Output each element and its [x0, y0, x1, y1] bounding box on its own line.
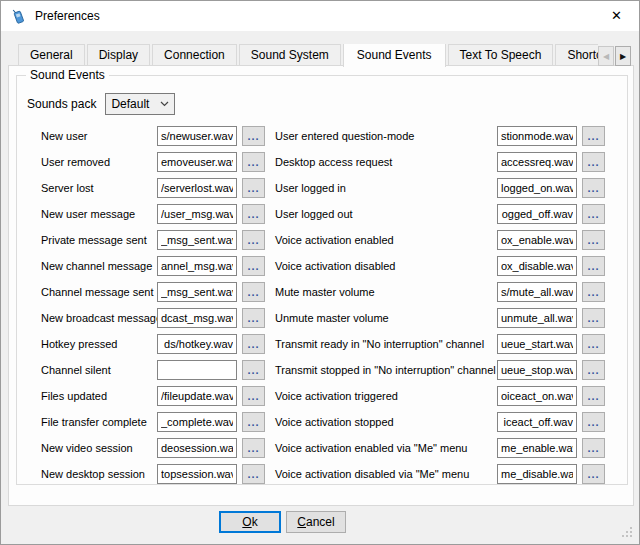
browse-button[interactable]: ...	[582, 204, 605, 224]
sound-file-input[interactable]	[497, 308, 577, 328]
sound-event-label: Voice activation enabled	[275, 234, 497, 246]
sound-file-input[interactable]	[497, 230, 577, 250]
sound-event-label: Server lost	[41, 182, 157, 194]
sound-file-input[interactable]	[157, 204, 237, 224]
browse-button[interactable]: ...	[582, 256, 605, 276]
browse-button[interactable]: ...	[242, 152, 265, 172]
browse-button[interactable]: ...	[242, 126, 265, 146]
browse-button[interactable]: ...	[582, 178, 605, 198]
sound-file-input[interactable]	[157, 334, 237, 354]
sound-file-input[interactable]	[157, 412, 237, 432]
sound-file-input[interactable]	[497, 438, 577, 458]
tab-scroll-left-button[interactable]: ◀	[598, 46, 614, 66]
sound-file-input[interactable]	[157, 438, 237, 458]
sound-event-row: Channel message sent...	[41, 279, 265, 305]
tab-display[interactable]: Display	[87, 44, 150, 65]
tab-shortcuts[interactable]: Shortcuts	[555, 44, 598, 65]
tab-bar: GeneralDisplayConnectionSound SystemSoun…	[18, 44, 598, 67]
sound-event-row: New broadcast message...	[41, 305, 265, 331]
browse-button[interactable]: ...	[242, 178, 265, 198]
sound-event-row: Server lost...	[41, 175, 265, 201]
browse-button[interactable]: ...	[582, 230, 605, 250]
ok-button[interactable]: Ok	[219, 511, 281, 533]
browse-button[interactable]: ...	[242, 308, 265, 328]
browse-button[interactable]: ...	[242, 386, 265, 406]
sound-event-row: New user message...	[41, 201, 265, 227]
tab-sound-system[interactable]: Sound System	[239, 44, 341, 65]
sound-file-input[interactable]	[157, 256, 237, 276]
sound-event-label: New video session	[41, 442, 157, 454]
browse-button[interactable]: ...	[582, 386, 605, 406]
sound-file-input[interactable]	[497, 204, 577, 224]
app-icon	[10, 8, 27, 25]
sounds-pack-select[interactable]: Default	[105, 93, 175, 115]
browse-button[interactable]: ...	[582, 126, 605, 146]
sound-file-input[interactable]	[157, 308, 237, 328]
sound-file-input[interactable]	[157, 126, 237, 146]
browse-button[interactable]: ...	[242, 334, 265, 354]
browse-button[interactable]: ...	[242, 204, 265, 224]
browse-button[interactable]: ...	[582, 360, 605, 380]
resize-grip[interactable]	[622, 527, 634, 539]
tab-label: Sound System	[251, 48, 329, 62]
sound-file-input[interactable]	[497, 464, 577, 484]
browse-button[interactable]: ...	[582, 308, 605, 328]
sound-event-label: Voice activation disabled	[275, 260, 497, 272]
sound-event-label: New user	[41, 130, 157, 142]
browse-button[interactable]: ...	[242, 412, 265, 432]
sound-file-input[interactable]	[157, 230, 237, 250]
browse-button[interactable]: ...	[242, 464, 265, 484]
sound-file-input[interactable]	[497, 386, 577, 406]
browse-button[interactable]: ...	[242, 360, 265, 380]
tab-scroller: ◀ ▶	[597, 46, 631, 66]
sound-file-input[interactable]	[497, 256, 577, 276]
sound-file-input[interactable]	[497, 360, 577, 380]
browse-button[interactable]: ...	[242, 282, 265, 302]
sound-file-input[interactable]	[497, 412, 577, 432]
sound-file-input[interactable]	[497, 334, 577, 354]
browse-button[interactable]: ...	[582, 334, 605, 354]
sound-file-input[interactable]	[157, 152, 237, 172]
tab-general[interactable]: General	[18, 44, 85, 65]
sound-file-input[interactable]	[497, 152, 577, 172]
sound-file-input[interactable]	[497, 126, 577, 146]
sound-event-row: Voice activation triggered...	[275, 383, 606, 409]
tab-label: Sound Events	[357, 48, 432, 62]
sound-file-input[interactable]	[157, 178, 237, 198]
sound-event-row: User logged in...	[275, 175, 606, 201]
tab-scroll-right-button[interactable]: ▶	[615, 46, 631, 66]
sound-event-row: Voice activation enabled via "Me" menu..…	[275, 435, 606, 461]
browse-button[interactable]: ...	[582, 412, 605, 432]
sound-file-input[interactable]	[497, 282, 577, 302]
sound-event-row: New video session...	[41, 435, 265, 461]
cancel-button[interactable]: Cancel	[286, 511, 346, 533]
tab-label: General	[30, 48, 73, 62]
sound-event-label: Voice activation enabled via "Me" menu	[275, 442, 497, 454]
sound-file-input[interactable]	[157, 386, 237, 406]
tab-label: Text To Speech	[460, 48, 542, 62]
browse-button[interactable]: ...	[582, 282, 605, 302]
tab-text-to-speech[interactable]: Text To Speech	[448, 44, 554, 65]
sound-file-input[interactable]	[157, 464, 237, 484]
sound-events-groupbox: Sound Events Sounds pack Default New use…	[16, 75, 628, 485]
sound-event-row: User logged out...	[275, 201, 606, 227]
sound-event-row: User removed...	[41, 149, 265, 175]
tab-connection[interactable]: Connection	[152, 44, 237, 65]
sound-event-row: File transfer complete...	[41, 409, 265, 435]
sound-file-input[interactable]	[497, 178, 577, 198]
sounds-pack-label: Sounds pack	[27, 97, 96, 111]
sound-event-label: Private message sent	[41, 234, 157, 246]
browse-button[interactable]: ...	[242, 256, 265, 276]
sound-event-row: Files updated...	[41, 383, 265, 409]
tab-sound-events[interactable]: Sound Events	[343, 44, 446, 67]
browse-button[interactable]: ...	[582, 438, 605, 458]
browse-button[interactable]: ...	[582, 464, 605, 484]
browse-button[interactable]: ...	[242, 230, 265, 250]
sound-file-input[interactable]	[157, 282, 237, 302]
sound-event-row: Hotkey pressed...	[41, 331, 265, 357]
sound-event-label: Voice activation disabled via "Me" menu	[275, 468, 497, 480]
sound-file-input[interactable]	[157, 360, 237, 380]
close-icon[interactable]: ✕	[594, 1, 639, 30]
browse-button[interactable]: ...	[242, 438, 265, 458]
browse-button[interactable]: ...	[582, 152, 605, 172]
